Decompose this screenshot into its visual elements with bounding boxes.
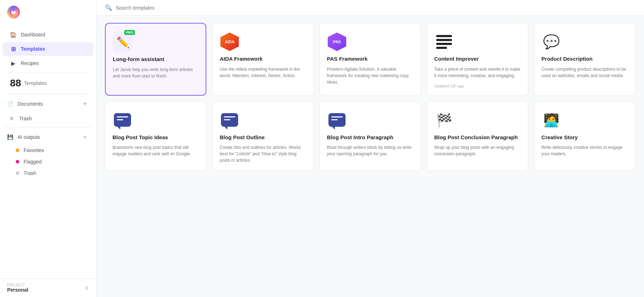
card-title: Blog Post Outline — [220, 134, 306, 141]
divider-1 — [4, 72, 92, 72]
grid-icon: ⊞ — [10, 46, 16, 52]
card-icon: ✏️ PRO — [113, 32, 133, 52]
template-card-pas-framework[interactable]: PAS PAS Framework Problem-Agitate-Soluti… — [320, 23, 421, 96]
app-logo — [7, 6, 20, 19]
templates-count: 88 — [10, 77, 21, 89]
document-icon: 📄 — [7, 101, 13, 107]
sidebar-item-trash[interactable]: Trash — [3, 112, 93, 125]
card-title: Content Improver — [434, 55, 520, 62]
sidebar-item-trash-sub[interactable]: Trash — [0, 167, 96, 179]
project-label: PROJECT — [7, 283, 28, 287]
project-info: PROJECT Personal — [7, 283, 28, 293]
card-icon — [112, 110, 132, 130]
search-icon: 🔍 — [105, 4, 112, 11]
documents-label: Documents — [17, 101, 43, 107]
sidebar-item-label: Dashboard — [21, 32, 45, 37]
divider-2 — [4, 94, 92, 94]
trash-sub-dot — [16, 171, 19, 175]
search-bar: 🔍 — [96, 0, 644, 16]
sidebar-item-dashboard[interactable]: 🏠 Dashboard — [3, 28, 93, 41]
flagged-label: Flagged — [24, 159, 42, 165]
project-name: Personal — [7, 287, 28, 293]
divider-3 — [4, 127, 92, 127]
card-title: Creative Story — [542, 134, 628, 141]
sidebar-item-recipes[interactable]: ▶ Recipes — [3, 56, 93, 70]
main-nav: 🏠 Dashboard ⊞ Templates ▶ Recipes 88 Tem… — [0, 24, 96, 182]
sidebar-item-favorites[interactable]: Favorites — [0, 145, 96, 156]
flagged-dot — [16, 160, 19, 163]
chevron-updown-icon: ⇕ — [85, 285, 89, 291]
card-icon — [220, 110, 240, 130]
card-title: Long-form assistant — [113, 56, 198, 63]
sidebar-item-label: Templates — [21, 46, 45, 52]
card-title: Blog Post Intro Paragraph — [327, 134, 413, 141]
card-desc: Create lists and outlines for articles. … — [220, 144, 306, 163]
card-title: PAS Framework — [327, 55, 413, 62]
sidebar-item-documents[interactable]: 📄 Documents + — [0, 96, 96, 111]
sidebar-templates-count-item[interactable]: 88 Templates — [3, 75, 93, 92]
ai-outputs-icon: 💾 — [7, 134, 13, 140]
template-card-blog-post-conclusion[interactable]: 🏁 Blog Post Conclusion Paragraph Wrap up… — [427, 101, 528, 171]
card-icon: PAS — [327, 32, 347, 52]
templates-content-area: ✏️ PRO Long-form assistant Let Jarvis he… — [96, 16, 644, 297]
home-icon: 🏠 — [10, 31, 16, 38]
template-card-content-improver[interactable]: Content Improver Take a piece of content… — [427, 23, 528, 96]
template-card-creative-story[interactable]: 🧑‍💻 Creative Story Write deliciously cre… — [534, 101, 635, 171]
svg-point-3 — [12, 9, 15, 12]
recipe-icon: ▶ — [10, 60, 16, 66]
search-input[interactable] — [116, 5, 223, 11]
logo-area[interactable] — [0, 0, 96, 24]
template-card-blog-post-topic-ideas[interactable]: Blog Post Topic Ideas Brainstorm new blo… — [105, 101, 206, 171]
card-title: Blog Post Topic Ideas — [112, 134, 199, 141]
template-card-long-form-assistant[interactable]: ✏️ PRO Long-form assistant Let Jarvis he… — [105, 23, 206, 96]
card-icon — [327, 110, 347, 130]
card-icon: 🏁 — [434, 110, 454, 130]
template-card-product-description[interactable]: 💬 Product Description Create compelling … — [534, 23, 635, 96]
sidebar: 🏠 Dashboard ⊞ Templates ▶ Recipes 88 Tem… — [0, 0, 96, 297]
card-icon: 💬 — [542, 32, 562, 52]
sidebar-item-templates[interactable]: ⊞ Templates — [3, 42, 93, 56]
add-document-button[interactable]: + — [81, 100, 89, 108]
card-icon: 🧑‍💻 — [542, 110, 562, 130]
card-icon: AIDA — [220, 32, 240, 52]
sidebar-item-label: Recipes — [21, 60, 39, 66]
sidebar-item-flagged[interactable]: Flagged — [0, 156, 96, 167]
card-desc: Take a piece of content and rewrite it t… — [434, 66, 520, 79]
card-desc: Let Jarvis help you write long-form arti… — [113, 66, 198, 79]
card-desc: Brainstorm new blog post topics that wil… — [112, 144, 199, 157]
add-ai-output-button[interactable]: + — [81, 133, 89, 141]
template-card-blog-post-intro[interactable]: Blog Post Intro Paragraph Blast through … — [320, 101, 421, 171]
template-card-aida-framework[interactable]: AIDA AIDA Framework Use the oldest marke… — [212, 23, 313, 96]
ai-outputs-label: AI outputs — [17, 134, 40, 140]
main-content: 🔍 ✏️ PRO Long-form assistant Let Jarvis … — [96, 0, 644, 297]
card-updated: Updated 22h ago — [434, 84, 520, 88]
card-title: Blog Post Conclusion Paragraph — [434, 134, 520, 141]
card-desc: Use the oldest marketing framework in th… — [220, 66, 306, 79]
favorites-dot — [16, 148, 19, 152]
trash-label: Trash — [19, 116, 32, 121]
trash-sub-label: Trash — [24, 170, 36, 176]
template-card-blog-post-outline[interactable]: Blog Post Outline Create lists and outli… — [212, 101, 313, 171]
templates-grid: ✏️ PRO Long-form assistant Let Jarvis he… — [105, 23, 635, 171]
card-desc: Problem-Agitate-Solution. A valuable fra… — [327, 66, 413, 85]
sidebar-item-ai-outputs[interactable]: 💾 AI outputs + — [0, 130, 96, 145]
card-desc: Wrap up your blog posts with an engaging… — [434, 144, 520, 157]
trash-dot-icon — [10, 116, 15, 121]
favorites-label: Favorites — [24, 147, 44, 153]
card-desc: Blast through writers block by letting u… — [327, 144, 413, 157]
card-title: Product Description — [542, 55, 628, 62]
templates-count-label: Templates — [24, 80, 47, 86]
card-icon — [434, 32, 454, 52]
card-desc: Create compelling product descriptions t… — [542, 66, 628, 79]
card-title: AIDA Framework — [220, 55, 306, 62]
project-selector[interactable]: PROJECT Personal ⇕ — [0, 278, 96, 297]
card-desc: Write deliciously creative stories to en… — [542, 144, 628, 157]
